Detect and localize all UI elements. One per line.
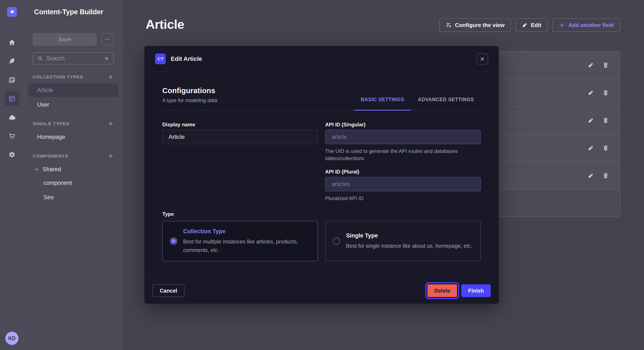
sidebar-item-label: User <box>37 101 49 108</box>
rail-item-marketplace[interactable] <box>5 129 19 143</box>
component-group-shared[interactable]: Shared <box>28 163 61 176</box>
pencil-icon <box>588 145 594 151</box>
page-title: Article <box>146 17 184 32</box>
search-box <box>33 52 114 65</box>
sidebar-item-homepage[interactable]: Homepage <box>28 130 118 144</box>
sidebar-item-seo[interactable]: Seo <box>28 190 118 204</box>
rail-item-media-library[interactable] <box>5 73 19 87</box>
rail-item-content-type-builder[interactable] <box>5 91 19 106</box>
edit-label: Edit <box>531 22 541 28</box>
api-id-plural-field: API ID (Plural) Pluralized API ID <box>325 169 481 202</box>
save-button[interactable]: Save <box>33 33 97 45</box>
delete-field-button[interactable] <box>602 61 610 69</box>
delete-field-button[interactable] <box>602 172 610 180</box>
plugin-sidebar: Content-Type Builder Save ⋯ COLLECTION T… <box>24 0 123 350</box>
sidebar-item-component[interactable]: component <box>28 176 118 190</box>
api-id-plural-hint: Pluralized API ID <box>325 195 481 202</box>
close-icon <box>480 56 485 61</box>
rail-nav <box>0 24 24 162</box>
rail-bottom: KD <box>0 326 24 350</box>
pencil-icon <box>588 62 594 68</box>
ellipsis-icon: ⋯ <box>104 36 110 43</box>
tab-basic-settings[interactable]: BASIC SETTINGS <box>354 97 411 110</box>
strapi-logo-icon <box>9 9 15 15</box>
delete-field-button[interactable] <box>602 88 610 97</box>
modal-footer: Cancel Delete Finish <box>144 277 499 304</box>
finish-button[interactable]: Finish <box>461 284 491 297</box>
modal-header: CT Edit Article <box>144 46 499 72</box>
trash-icon <box>602 90 609 96</box>
api-id-singular-label: API ID (Singular) <box>325 122 481 128</box>
type-option-title: Single Type <box>346 232 472 239</box>
delete-button[interactable]: Delete <box>428 284 457 297</box>
add-field-button[interactable]: Add another field <box>552 18 620 32</box>
modal-close-button[interactable] <box>476 53 488 65</box>
rail-item-deploy[interactable] <box>5 110 19 125</box>
plus-icon <box>108 74 114 80</box>
user-avatar[interactable]: KD <box>5 332 18 345</box>
rail-item-home[interactable] <box>5 35 19 50</box>
type-option-title: Collection Type <box>183 228 311 235</box>
save-row: Save ⋯ <box>33 33 114 45</box>
sidebar-item-label: Seo <box>44 194 54 201</box>
header-actions: Configure the view Edit Add another fiel… <box>439 18 620 32</box>
edit-field-button[interactable] <box>586 61 595 69</box>
edit-field-button[interactable] <box>586 172 595 180</box>
add-collection-type-button[interactable] <box>108 74 114 80</box>
single-types-list: Homepage <box>28 130 118 144</box>
type-option-single[interactable]: Single Type Best for single instance lik… <box>325 221 481 261</box>
sidebar-item-label: Article <box>37 87 53 94</box>
type-section: Type Collection Type Best for multiple i… <box>162 210 481 261</box>
pencil-icon <box>588 90 594 96</box>
search-input[interactable] <box>46 55 101 62</box>
type-option-content: Collection Type Best for multiple instan… <box>183 228 311 254</box>
plus-icon <box>108 121 114 127</box>
close-icon <box>104 56 109 61</box>
add-component-button[interactable] <box>108 153 114 159</box>
delete-field-button[interactable] <box>602 116 610 125</box>
strapi-logo[interactable] <box>7 7 17 17</box>
rail-header <box>0 0 24 24</box>
tab-advanced-settings[interactable]: ADVANCED SETTINGS <box>411 97 481 110</box>
edit-field-button[interactable] <box>586 144 595 152</box>
pencil-icon <box>588 117 594 124</box>
display-name-field: Display name <box>162 122 318 162</box>
delete-field-button[interactable] <box>602 144 610 152</box>
type-option-collection[interactable]: Collection Type Best for multiple instan… <box>162 221 318 261</box>
section-label-collection-types: COLLECTION TYPES <box>33 74 83 80</box>
radio-selected-icon[interactable] <box>170 237 177 245</box>
search-icon <box>38 56 43 61</box>
sidebar-item-article[interactable]: Article <box>28 83 118 97</box>
pencil-icon <box>588 173 594 179</box>
type-label: Type <box>162 211 174 217</box>
display-name-label: Display name <box>162 122 318 128</box>
api-id-singular-input[interactable] <box>325 130 481 144</box>
edit-field-button[interactable] <box>586 116 595 125</box>
clear-search-button[interactable] <box>104 56 109 61</box>
type-option-description: Best for single instance like about us, … <box>346 242 472 250</box>
display-name-input[interactable] <box>162 130 318 144</box>
configure-view-button[interactable]: Configure the view <box>439 18 511 32</box>
config-head: Configurations A type for modeling data <box>162 86 218 110</box>
cloud-icon <box>8 114 16 121</box>
more-actions-button[interactable]: ⋯ <box>101 33 114 45</box>
trash-icon <box>602 62 609 68</box>
radio-unselected-icon[interactable] <box>333 237 340 245</box>
app-title: Content-Type Builder <box>34 8 103 16</box>
rail-item-content-manager[interactable] <box>5 54 19 68</box>
type-option-content: Single Type Best for single instance lik… <box>346 232 472 250</box>
type-option-description: Best for multiple instances like article… <box>183 237 311 254</box>
api-id-plural-input[interactable] <box>325 177 481 191</box>
cancel-button[interactable]: Cancel <box>152 284 184 297</box>
cart-icon <box>8 133 16 140</box>
feather-icon <box>8 58 16 65</box>
configurations-heading: Configurations <box>162 86 218 95</box>
sidebar-body: Save ⋯ COLLECTION TYPES Article User SIN… <box>24 24 122 204</box>
configure-view-label: Configure the view <box>455 22 505 28</box>
rail-item-settings[interactable] <box>5 148 19 162</box>
add-single-type-button[interactable] <box>108 121 114 127</box>
edit-button[interactable]: Edit <box>516 18 548 32</box>
component-group-label: Shared <box>42 166 61 173</box>
sidebar-item-user[interactable]: User <box>28 98 118 111</box>
edit-field-button[interactable] <box>586 88 595 97</box>
